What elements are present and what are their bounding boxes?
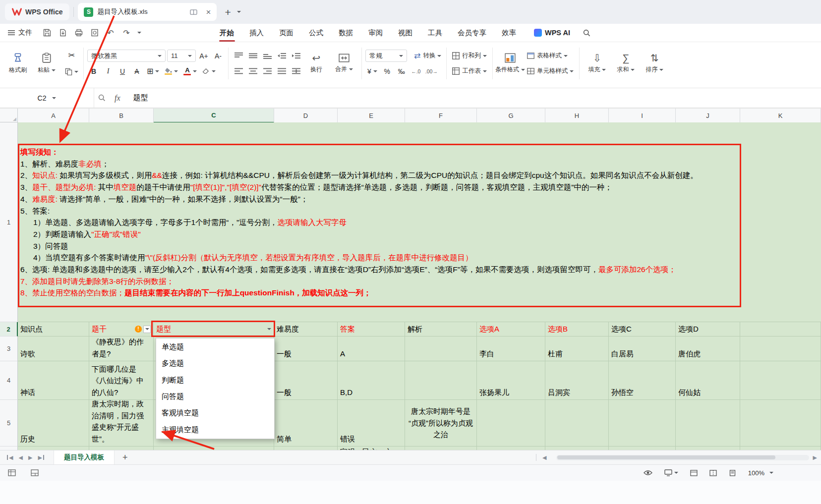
menu-tab-页面[interactable]: 页面	[279, 24, 293, 42]
header-cell-G[interactable]: 选项A	[477, 322, 545, 336]
export-pdf-button[interactable]	[56, 26, 70, 39]
increase-font-button[interactable]: A+	[197, 50, 210, 62]
cell-H6[interactable]	[545, 447, 609, 450]
formula-search-button[interactable]	[98, 94, 106, 102]
align-right-button[interactable]	[261, 65, 274, 77]
cell-D5[interactable]: 简单	[274, 400, 338, 447]
menu-tab-工具[interactable]: 工具	[428, 24, 442, 42]
sheet-tab-active[interactable]: 题目导入模板	[54, 450, 115, 464]
row-header-1[interactable]: 1	[0, 122, 18, 322]
column-header-H[interactable]: H	[545, 109, 609, 123]
scrollbar-thumb[interactable]	[557, 455, 775, 459]
valign-top-button[interactable]	[232, 50, 245, 62]
redo-button[interactable]: ↷	[119, 26, 133, 39]
formula-bar-value[interactable]: 题型	[133, 93, 148, 103]
validation-dropdown-button[interactable]	[265, 328, 271, 330]
undo-button[interactable]: ↶	[104, 26, 117, 39]
print-button[interactable]	[72, 26, 86, 39]
cell-K3[interactable]	[740, 336, 821, 361]
cell-A6[interactable]	[18, 447, 89, 450]
cell-B4[interactable]: 下面哪几位是《八仙过海》中的八仙?	[89, 361, 154, 400]
column-header-A[interactable]: A	[18, 109, 89, 123]
dropdown-item-客观填空题[interactable]: 客观填空题	[156, 405, 274, 421]
decrease-decimal-button[interactable]: ←.0	[410, 65, 422, 77]
cell-I4[interactable]: 孙悟空	[609, 361, 676, 400]
cell-J3[interactable]: 唐伯虎	[676, 336, 740, 361]
cell-E5[interactable]: 错误	[338, 400, 405, 447]
close-tab-icon[interactable]: ×	[206, 8, 211, 16]
cell-F4[interactable]	[405, 361, 477, 400]
cell-G4[interactable]: 张扬果儿	[477, 361, 545, 400]
fill-button[interactable]: ⇩ 填充	[583, 47, 611, 80]
status-macro-button[interactable]	[8, 469, 16, 476]
conditional-format-button[interactable]: 条件格式	[496, 47, 524, 80]
dropdown-item-问答题[interactable]: 问答题	[156, 389, 274, 405]
menu-tab-效率[interactable]: 效率	[502, 24, 516, 42]
underline-button[interactable]: U	[116, 65, 129, 77]
screen-mode-button[interactable]	[664, 469, 678, 476]
cell-A5[interactable]: 历史	[18, 400, 89, 447]
rows-columns-button[interactable]: 行和列	[450, 50, 489, 62]
cell-K5[interactable]	[740, 400, 821, 447]
dropdown-item-单选题[interactable]: 单选题	[156, 339, 274, 355]
previous-sheet-button[interactable]: ◀	[18, 455, 22, 460]
status-layout-button[interactable]	[31, 469, 39, 476]
column-header-E[interactable]: E	[338, 109, 405, 123]
decrease-font-button[interactable]: A-	[212, 50, 225, 62]
next-sheet-button[interactable]: ▶	[28, 455, 32, 460]
fill-color-button[interactable]	[163, 65, 180, 77]
first-sheet-button[interactable]: ◀	[7, 455, 13, 460]
add-sheet-button[interactable]: +	[122, 453, 128, 462]
row-header-4[interactable]: 4	[0, 361, 18, 400]
font-name-select[interactable]: 微软雅黑	[87, 50, 166, 62]
menu-tab-视图[interactable]: 视图	[398, 24, 412, 42]
scroll-left-button[interactable]: ◀	[542, 455, 546, 460]
sort-button[interactable]: ⇅ 排序	[641, 47, 668, 80]
cell-E3[interactable]: A	[338, 336, 405, 361]
cell-D4[interactable]: 一般	[274, 361, 338, 400]
save-button[interactable]	[40, 26, 54, 39]
row-header-3[interactable]: 3	[0, 336, 18, 361]
column-header-G[interactable]: G	[477, 109, 545, 123]
cell-D3[interactable]: 一般	[274, 336, 338, 361]
strikethrough-button[interactable]: A	[130, 65, 143, 77]
menu-tab-插入[interactable]: 插入	[249, 24, 264, 42]
table-style-button[interactable]: 表格样式	[525, 50, 576, 62]
reader-mode-icon[interactable]	[190, 9, 197, 15]
wrap-text-button[interactable]: ↩ 换行	[302, 47, 330, 80]
cell-E6[interactable]: 富强、民主、文	[338, 447, 405, 450]
cell-H3[interactable]: 杜甫	[545, 336, 609, 361]
number-format-select[interactable]: 常规	[365, 50, 407, 62]
cell-A4[interactable]: 神话	[18, 361, 89, 400]
menu-tab-数据[interactable]: 数据	[339, 24, 353, 42]
valign-bottom-button[interactable]	[261, 50, 274, 62]
new-tab-button[interactable]: +	[225, 7, 231, 17]
menu-tab-审阅[interactable]: 审阅	[368, 24, 383, 42]
row-header-5[interactable]: 5	[0, 400, 18, 447]
cell-J4[interactable]: 何仙姑	[676, 361, 740, 400]
clear-format-button[interactable]	[200, 65, 218, 77]
menu-tab-开始[interactable]: 开始	[220, 24, 234, 42]
justify-button[interactable]	[275, 65, 288, 77]
align-center-button[interactable]	[246, 65, 259, 77]
header-cell-K[interactable]	[740, 322, 821, 336]
header-cell-C[interactable]: 题型	[154, 322, 274, 336]
cell-B3[interactable]: 《静夜思》的作者是?	[89, 336, 154, 361]
currency-button[interactable]: ¥	[365, 65, 379, 77]
column-header-C[interactable]: C	[154, 109, 274, 123]
font-color-button[interactable]: A	[181, 65, 199, 77]
distributed-button[interactable]	[290, 65, 302, 77]
cell-C6[interactable]	[154, 447, 274, 450]
dropdown-item-多选题[interactable]: 多选题	[156, 355, 274, 372]
column-header-I[interactable]: I	[609, 109, 676, 123]
cell-K6[interactable]	[740, 447, 821, 450]
cell-H4[interactable]: 吕洞宾	[545, 361, 609, 400]
font-size-select[interactable]: 11	[167, 50, 196, 62]
cell-H5[interactable]	[545, 400, 609, 447]
valign-middle-button[interactable]	[246, 50, 259, 62]
cell-E4[interactable]: B,D	[338, 361, 405, 400]
cell-G3[interactable]: 李白	[477, 336, 545, 361]
increase-decimal-button[interactable]: .00→	[424, 65, 439, 77]
column-header-K[interactable]: K	[740, 109, 821, 123]
cell-style-button[interactable]: 单元格样式	[525, 65, 576, 77]
